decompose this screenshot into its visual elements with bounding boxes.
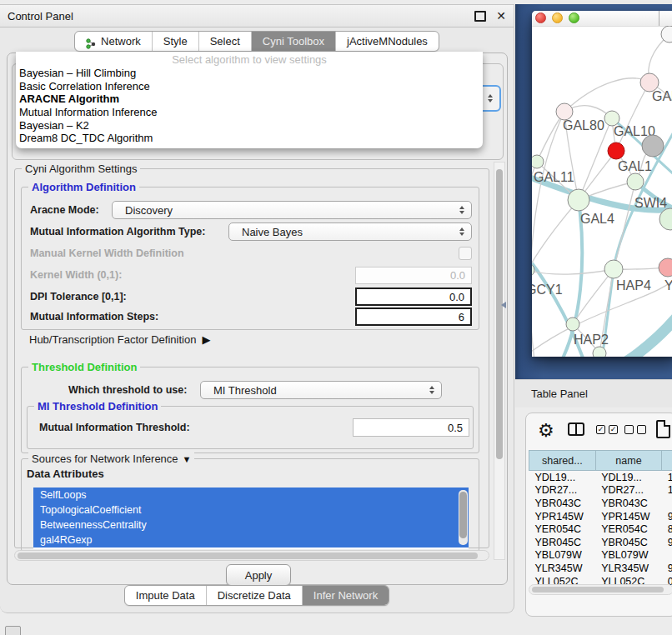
gear-icon[interactable]: ⚙ — [538, 418, 554, 443]
tab-style[interactable]: Style — [152, 32, 198, 51]
network-node[interactable] — [608, 142, 624, 159]
algorithm-definition-title: Algorithm Definition — [28, 181, 139, 193]
table-horizontal-scrollbar[interactable] — [529, 584, 672, 595]
panel-divider-collapse-icon[interactable] — [501, 302, 506, 308]
table-cell: 9. — [662, 536, 672, 549]
tab-cyni-toolbox[interactable]: Cyni Toolbox — [251, 32, 335, 51]
close-traffic-light-icon[interactable] — [535, 12, 546, 23]
table-row[interactable]: YBR043CYBR043C — [529, 497, 672, 510]
network-node[interactable] — [604, 260, 623, 278]
mi-algorithm-type-combobox[interactable]: Naive Bayes — [228, 222, 472, 241]
network-window-titlebar[interactable] — [532, 11, 672, 27]
mi-threshold-input[interactable]: 0.5 — [353, 418, 469, 437]
table-cell: 9. — [662, 562, 672, 575]
tab-infer-network[interactable]: Infer Network — [302, 586, 389, 605]
attribute-item[interactable]: TopologicalCoefficient — [33, 502, 469, 518]
close-icon[interactable]: ✕ — [496, 10, 506, 22]
network-node[interactable] — [568, 189, 589, 211]
dropdown-item[interactable]: Bayesian – K2 — [16, 119, 483, 132]
dpi-tolerance-label: DPI Tolerance [0,1]: — [30, 291, 127, 302]
attribute-item[interactable]: SelfLoops — [33, 488, 469, 502]
network-node[interactable] — [627, 173, 644, 190]
tab-label: Impute Data — [136, 586, 195, 605]
network-canvas[interactable]: GALGAL80GAL10GAL1GAL11SWI4GAL4GCY1HAP4YH… — [532, 26, 672, 357]
table-cell: YLR345W — [595, 562, 662, 575]
hub-definition-expander[interactable]: Hub/Transcription Factor Definition ▶ — [29, 333, 210, 346]
hub-definition-label: Hub/Transcription Factor Definition — [29, 333, 196, 346]
table-cell: YDR27... — [595, 484, 662, 498]
network-window[interactable]: GALGAL80GAL10GAL1GAL11SWI4GAL4GCY1HAP4YH… — [532, 11, 672, 357]
dropdown-item[interactable]: Basic Correlation Inference — [16, 80, 483, 93]
tab-jactivemnodules[interactable]: jActiveMNodules — [335, 32, 439, 51]
mi-algorithm-type-label: Mutual Information Algorithm Type: — [30, 226, 205, 238]
sources-group-title[interactable]: Sources for Network Inference ▼ — [28, 452, 194, 465]
settings-horizontal-scrollbar[interactable] — [14, 550, 489, 561]
minimized-panel-icon[interactable] — [5, 626, 21, 635]
table-panel-card: ⚙ ✓ ✓ shared... name — [525, 412, 672, 617]
export-table-icon[interactable] — [656, 420, 670, 438]
column-header-name[interactable]: name — [595, 451, 662, 471]
dropdown-item[interactable]: ARACNE Algorithm — [16, 92, 483, 106]
control-panel-titlebar: Control Panel ✕ — [0, 5, 514, 28]
collapse-arrow-icon: ▶ — [202, 333, 210, 346]
network-node[interactable] — [566, 318, 579, 331]
table-row[interactable]: YBL079WYBL079W — [529, 549, 672, 562]
network-node[interactable] — [593, 347, 606, 357]
network-node[interactable] — [556, 103, 573, 120]
dropdown-item[interactable]: Bayesian – Hill Climbing — [16, 67, 483, 80]
tab-label: jActiveMNodules — [347, 32, 428, 51]
table-row[interactable]: YPR145WYPR145W9. — [529, 510, 672, 523]
table-row[interactable]: YER054CYER054C8. — [529, 522, 672, 536]
tab-impute-data[interactable]: Impute Data — [125, 586, 206, 605]
apply-button[interactable]: Apply — [226, 564, 291, 586]
minimize-traffic-light-icon[interactable] — [552, 12, 563, 23]
column-header-shared-name[interactable]: shared... — [529, 451, 596, 471]
table-panel-titlebar: Table Panel — [515, 379, 672, 408]
mi-steps-input[interactable]: 6 — [355, 308, 472, 326]
panel-title: Control Panel — [8, 10, 73, 22]
network-node-label: GAL4 — [580, 212, 614, 226]
table-panel-title: Table Panel — [531, 388, 588, 400]
tab-network[interactable]: Network — [75, 32, 152, 51]
network-node-label: GAL80 — [563, 118, 604, 132]
manual-kernel-width-checkbox[interactable] — [459, 247, 472, 260]
settings-vertical-scrollbar[interactable] — [494, 162, 505, 560]
table-header-row: shared... name — [529, 451, 672, 471]
table-cell: YBL079W — [595, 549, 662, 562]
table-row[interactable]: YBR045CYBR045C9. — [529, 536, 672, 549]
table-row[interactable]: YDR27...YDR27...12 — [529, 484, 672, 498]
columns-icon[interactable] — [568, 422, 584, 436]
network-node[interactable] — [642, 135, 664, 157]
deselect-all-icon[interactable] — [624, 425, 646, 434]
algorithm-dropdown-list: Bayesian – Hill ClimbingBasic Correlatio… — [16, 67, 483, 145]
tab-select[interactable]: Select — [198, 32, 251, 51]
which-threshold-combobox[interactable]: MI Threshold — [200, 381, 442, 399]
column-header-extra[interactable] — [662, 451, 672, 471]
sources-title-label: Sources for Network Inference — [32, 452, 178, 465]
dpi-tolerance-input[interactable]: 0.0 — [355, 288, 472, 306]
which-threshold-label: Which threshold to use: — [68, 384, 187, 396]
table-row[interactable]: YLR345WYLR345W9. — [529, 562, 672, 575]
attribute-item[interactable]: BetweennessCentrality — [33, 518, 469, 532]
table-row[interactable]: YDL19...YDL19...13 — [529, 471, 672, 484]
tab-label: Style — [163, 32, 188, 51]
aracne-mode-label: Aracne Mode: — [30, 204, 99, 216]
network-node[interactable] — [532, 155, 544, 168]
mi-threshold-label: Mutual Information Threshold: — [39, 422, 190, 433]
tab-label: Discretize Data — [218, 586, 291, 605]
select-all-icon[interactable]: ✓ ✓ — [596, 425, 618, 434]
attributes-scrollbar[interactable] — [459, 490, 468, 545]
dropdown-item[interactable]: Dream8 DC_TDC Algorithm — [16, 132, 483, 145]
dropdown-item[interactable]: Mutual Information Inference — [16, 106, 483, 119]
network-node[interactable] — [659, 258, 672, 277]
aracne-mode-combobox[interactable]: Discovery — [112, 201, 472, 219]
cyni-algorithm-settings-title: Cyni Algorithm Settings — [22, 162, 140, 175]
tab-discretize-data[interactable]: Discretize Data — [206, 586, 302, 605]
kernel-width-input[interactable]: 0.0 — [355, 267, 472, 284]
zoom-traffic-light-icon[interactable] — [569, 12, 579, 23]
table-cell — [662, 549, 672, 562]
float-window-icon[interactable] — [474, 11, 486, 22]
attribute-item[interactable]: gal4RGexp — [33, 532, 469, 548]
table-cell: 8. — [662, 522, 672, 536]
attr-items-host: SelfLoopsTopologicalCoefficientBetweenne… — [33, 488, 469, 548]
